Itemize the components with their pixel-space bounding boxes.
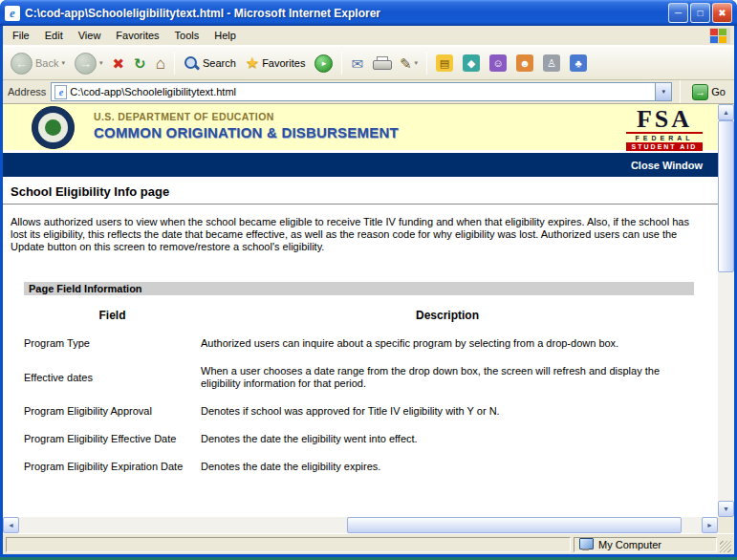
mail-button[interactable]: ✉ xyxy=(347,54,367,74)
address-input[interactable]: e C:\cod-app\Schooleligibilitytext.html … xyxy=(51,82,672,101)
window-title: C:\cod-app\Schooleligibilitytext.html - … xyxy=(25,7,663,20)
close-button[interactable]: ✖ xyxy=(712,3,732,23)
home-icon: ⌂ xyxy=(156,55,165,72)
go-label: Go xyxy=(711,86,726,97)
field-cell: Program Eligibility Effective Date xyxy=(24,425,201,453)
title-bar[interactable]: e C:\cod-app\Schooleligibilitytext.html … xyxy=(0,0,737,26)
print-button[interactable] xyxy=(369,54,394,73)
menu-bar: File Edit View Favorites Tools Help xyxy=(3,26,734,46)
description-column-header: Description xyxy=(201,299,694,330)
minimize-button[interactable]: ─ xyxy=(668,3,688,23)
vertical-scrollbar[interactable]: ▲ ▼ xyxy=(718,104,734,517)
ie-window: e C:\cod-app\Schooleligibilitytext.html … xyxy=(0,0,737,557)
department-line2: COMMON ORIGINATION & DISBURSEMENT xyxy=(94,124,399,140)
banner: U.S. DEPARTMENT OF EDUCATION COMMON ORIG… xyxy=(3,104,718,150)
table-row: Program Eligibility Approval Denotes if … xyxy=(24,398,694,425)
refresh-button[interactable]: ↻ xyxy=(130,54,150,74)
horizontal-scrollbar[interactable]: ◄ ► xyxy=(3,517,718,533)
address-bar: Address e C:\cod-app\Schooleligibilityte… xyxy=(3,80,734,104)
addon-gem-button[interactable]: ◆ xyxy=(459,52,484,75)
toolbar-separator xyxy=(174,52,175,75)
table-row: Program Type Authorized users can inquir… xyxy=(24,330,694,357)
address-value: C:\cod-app\Schooleligibilitytext.html xyxy=(70,86,652,97)
back-label: Back xyxy=(35,57,58,69)
navy-bar: Close Window xyxy=(3,153,718,177)
section-header: Page Field Information xyxy=(24,282,694,295)
go-button[interactable]: → Go xyxy=(688,83,729,101)
resize-grip[interactable] xyxy=(720,541,731,552)
description-cell: Authorized users can inquire about a spe… xyxy=(201,330,694,357)
status-bar: My Computer xyxy=(3,533,734,554)
back-dropdown-icon: ▾ xyxy=(61,59,65,67)
search-button[interactable]: Search xyxy=(180,53,240,75)
status-message-panel xyxy=(6,537,571,552)
close-icon: ✖ xyxy=(718,8,726,18)
home-button[interactable]: ⌂ xyxy=(152,53,169,75)
education-seal-icon xyxy=(32,106,75,149)
vertical-scroll-track[interactable] xyxy=(718,120,734,501)
toolbar: ← Back ▾ → ▾ ✖ ↻ ⌂ Search ★ xyxy=(3,46,734,80)
messenger-icon: ☺ xyxy=(489,54,507,72)
back-button[interactable]: ← Back ▾ xyxy=(7,50,69,77)
paw-icon: ♣ xyxy=(570,54,587,72)
page-title: School Eligibility Info page xyxy=(11,184,708,199)
minimize-icon: ─ xyxy=(675,8,682,18)
gem-icon: ◆ xyxy=(463,54,480,72)
edit-button[interactable]: ✎ ▾ xyxy=(396,54,422,74)
scroll-left-button[interactable]: ◄ xyxy=(3,517,19,533)
menu-tools[interactable]: Tools xyxy=(167,27,207,44)
favorites-button[interactable]: ★ Favorites xyxy=(242,53,310,74)
discuss-button[interactable]: ▤ xyxy=(432,52,457,75)
messenger-button[interactable]: ☺ xyxy=(486,52,510,75)
table-header-row: Field Description xyxy=(24,299,694,330)
back-icon: ← xyxy=(11,53,33,75)
page-content: U.S. DEPARTMENT OF EDUCATION COMMON ORIG… xyxy=(3,104,734,533)
close-window-link[interactable]: Close Window xyxy=(631,160,703,171)
discuss-icon: ▤ xyxy=(436,54,453,72)
address-dropdown-button[interactable]: ▾ xyxy=(655,83,671,100)
horizontal-scroll-thumb[interactable] xyxy=(347,517,682,533)
refresh-icon: ↻ xyxy=(134,56,146,71)
ie-logo-icon: e xyxy=(5,6,20,21)
menu-favorites[interactable]: Favorites xyxy=(108,27,166,44)
field-table: Field Description Program Type Authorize… xyxy=(24,299,694,481)
menu-file[interactable]: File xyxy=(5,27,37,44)
menu-edit[interactable]: Edit xyxy=(37,27,71,44)
fsa-student-aid-text: STUDENT AID xyxy=(626,142,703,151)
research-button[interactable]: ♙ xyxy=(539,52,564,75)
scroll-up-button[interactable]: ▲ xyxy=(718,104,734,120)
table-row: Program Eligibility Effective Date Denot… xyxy=(24,425,694,453)
addon-paw-button[interactable]: ♣ xyxy=(566,52,591,75)
department-text: U.S. DEPARTMENT OF EDUCATION COMMON ORIG… xyxy=(94,111,399,140)
field-cell: Program Eligibility Approval xyxy=(24,398,201,425)
addon-face-button[interactable]: ☻ xyxy=(512,52,537,75)
scroll-down-button[interactable]: ▼ xyxy=(718,501,734,517)
favorites-star-icon: ★ xyxy=(246,55,259,71)
status-zone-label: My Computer xyxy=(598,539,661,550)
scroll-right-button[interactable]: ► xyxy=(702,517,718,533)
description-cell: When a user chooses a date range from th… xyxy=(201,357,694,398)
page-icon: e xyxy=(54,85,67,99)
department-line1: U.S. DEPARTMENT OF EDUCATION xyxy=(94,111,399,122)
window-controls: ─ □ ✖ xyxy=(668,3,732,23)
vertical-scroll-thumb[interactable] xyxy=(718,120,734,272)
description-cell: Denotes if school was approved for Title… xyxy=(201,398,694,425)
table-row: Program Eligibility Expiration Date Deno… xyxy=(24,453,694,481)
scrollbar-corner xyxy=(718,517,734,533)
field-cell: Program Eligibility Expiration Date xyxy=(24,453,201,481)
horizontal-scroll-track[interactable] xyxy=(19,517,702,533)
forward-icon: → xyxy=(75,53,97,75)
mail-icon: ✉ xyxy=(351,56,363,71)
intro-paragraph: Allows authorized users to view when the… xyxy=(11,216,708,253)
menu-view[interactable]: View xyxy=(71,27,109,44)
media-button[interactable]: ▸ xyxy=(311,52,336,75)
forward-button[interactable]: → ▾ xyxy=(71,50,107,77)
toolbar-separator xyxy=(426,52,427,75)
table-row: Effective dates When a user chooses a da… xyxy=(24,357,694,398)
menu-help[interactable]: Help xyxy=(206,27,244,44)
search-icon xyxy=(184,55,200,72)
maximize-button[interactable]: □ xyxy=(690,3,710,23)
address-label: Address xyxy=(8,86,46,97)
stop-button[interactable]: ✖ xyxy=(109,54,129,74)
person-icon: ♙ xyxy=(543,54,560,72)
